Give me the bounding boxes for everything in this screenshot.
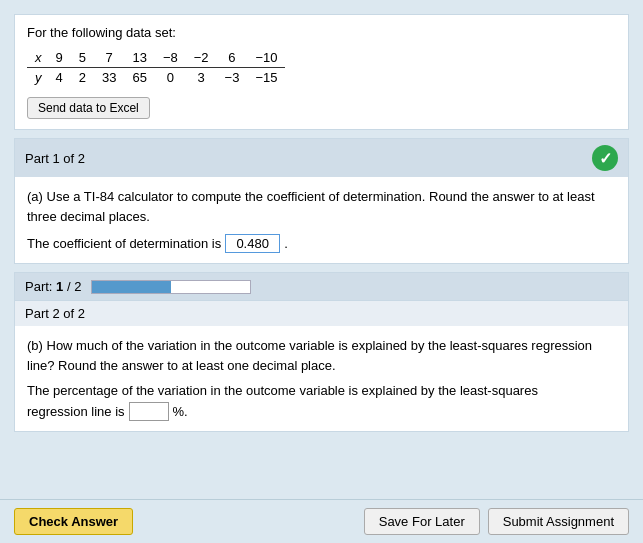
x-val-1: 9 [48,48,71,68]
x-label: x [27,48,48,68]
part2-answer-prefix2: regression line is [27,404,125,419]
part2-body-header: Part 2 of 2 [15,300,628,326]
progress-bar-container [91,280,251,294]
save-later-button[interactable]: Save For Later [364,508,480,535]
part1-section: Part 1 of 2 ✓ (a) Use a TI-84 calculator… [14,138,629,264]
y-val-4: 65 [124,68,154,88]
submit-assignment-button[interactable]: Submit Assignment [488,508,629,535]
part2-body: (b) How much of the variation in the out… [15,326,628,431]
y-val-7: −3 [217,68,248,88]
y-label: y [27,68,48,88]
part1-answer-prefix: The coefficient of determination is [27,236,221,251]
part1-header-label: Part 1 of 2 [25,151,85,166]
dataset-section: For the following data set: x 9 5 7 13 −… [14,14,629,130]
dataset-title: For the following data set: [27,25,616,40]
part2-nav-header: Part: 1 / 2 [15,273,628,300]
y-val-5: 0 [155,68,186,88]
part1-question: (a) Use a TI-84 calculator to compute th… [27,187,616,226]
y-val-8: −15 [247,68,285,88]
part2-answer-line: The percentage of the variation in the o… [27,383,616,398]
check-answer-button[interactable]: Check Answer [14,508,133,535]
y-val-2: 2 [71,68,94,88]
x-val-4: 13 [124,48,154,68]
part-separator: / [67,279,71,294]
part2-answer-input[interactable] [129,402,169,421]
x-val-2: 5 [71,48,94,68]
part1-answer-suffix: . [284,236,288,251]
part2-answer-prefix: The percentage of the variation in the o… [27,383,538,398]
x-val-7: 6 [217,48,248,68]
x-val-3: 7 [94,48,124,68]
send-excel-button[interactable]: Send data to Excel [27,97,150,119]
x-val-8: −10 [247,48,285,68]
y-val-6: 3 [186,68,217,88]
part1-answer-input[interactable] [225,234,280,253]
y-val-3: 33 [94,68,124,88]
part-total: 2 [74,279,81,294]
part-current: 1 [56,279,63,294]
y-val-1: 4 [48,68,71,88]
part1-header: Part 1 of 2 ✓ [15,139,628,177]
progress-bar-fill [92,281,171,293]
x-val-6: −2 [186,48,217,68]
part2-nav-label: Part: 1 / 2 [25,279,81,294]
footer: Check Answer Save For Later Submit Assig… [0,499,643,543]
part2-answer-line2: regression line is %. [27,402,616,421]
part-label-prefix: Part: [25,279,52,294]
part2-section: Part: 1 / 2 Part 2 of 2 (b) How much of … [14,272,629,432]
x-val-5: −8 [155,48,186,68]
part2-header-label: Part 2 of 2 [25,306,85,321]
part2-question: (b) How much of the variation in the out… [27,336,616,375]
data-table: x 9 5 7 13 −8 −2 6 −10 y 4 2 33 65 0 [27,48,285,87]
part1-body: (a) Use a TI-84 calculator to compute th… [15,177,628,263]
part1-answer-line: The coefficient of determination is . [27,234,616,253]
footer-right: Save For Later Submit Assignment [364,508,629,535]
part2-percent-label: %. [173,404,188,419]
checkmark-icon: ✓ [592,145,618,171]
